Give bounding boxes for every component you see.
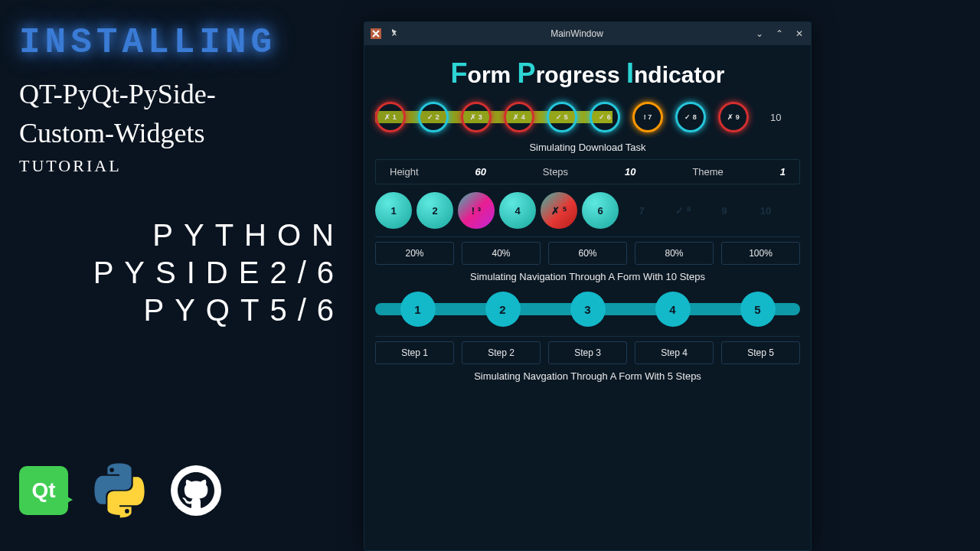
step-button[interactable]: Step 2: [462, 341, 541, 364]
theme-label: Theme: [692, 166, 723, 178]
github-logo-icon: [171, 465, 221, 516]
nav-step[interactable]: 3: [570, 292, 606, 327]
tech-list: PYTHON PYSIDE2/6 PYQT5/6: [19, 218, 345, 331]
percent-button[interactable]: 40%: [462, 242, 541, 265]
progress-step[interactable]: ✓ 6: [590, 102, 620, 132]
close-icon[interactable]: ✕: [794, 28, 805, 39]
progress-ball[interactable]: 4: [499, 192, 536, 229]
nav-step[interactable]: 2: [485, 292, 521, 327]
installing-heading: INSTALLING: [19, 23, 345, 63]
progress-step[interactable]: ✗ 1: [375, 102, 406, 132]
app-window: MainWindow ⌄ ⌃ ✕ Form Progress Indicator…: [364, 21, 812, 551]
progress-end-label: 10: [770, 112, 781, 123]
caption-nav-5: Simulating Navgation Through A Form With…: [375, 370, 800, 382]
progress-ball[interactable]: 9: [706, 192, 743, 229]
steps-value: 10: [625, 166, 635, 178]
qt-logo-icon: Qt: [19, 466, 68, 515]
step-button[interactable]: Step 1: [375, 341, 454, 364]
progress-step[interactable]: ✓ 8: [675, 102, 706, 132]
pin-icon[interactable]: [389, 28, 400, 39]
nav-step[interactable]: 5: [740, 292, 776, 327]
step-button[interactable]: Step 4: [635, 341, 714, 364]
progress-ball[interactable]: 6: [582, 192, 619, 229]
progress-row-1: ✗ 1✓ 2✗ 3✗ 4✓ 5✓ 6! 7✓ 8✗ 910: [375, 99, 800, 135]
progress-step[interactable]: ✗ 4: [504, 102, 534, 132]
minimize-icon[interactable]: ⌄: [754, 28, 765, 39]
progress-ball[interactable]: ! ³: [458, 192, 495, 229]
height-value: 60: [475, 166, 485, 178]
params-panel: Height 60 Steps 10 Theme 1: [375, 159, 800, 184]
package-name-line2: Custom-Widgets: [19, 117, 345, 150]
maximize-icon[interactable]: ⌃: [774, 28, 785, 39]
nav-step[interactable]: 4: [655, 292, 691, 327]
percent-button[interactable]: 100%: [721, 242, 800, 265]
progress-step[interactable]: ✓ 5: [547, 102, 577, 132]
step-buttons: Step 1Step 2Step 3Step 4Step 5: [375, 341, 800, 364]
app-icon: [371, 28, 381, 39]
package-name-line1: QT-PyQt-PySide-: [19, 78, 345, 111]
progress-step[interactable]: ! 7: [632, 102, 663, 132]
logo-row: Qt: [19, 461, 345, 520]
percent-button[interactable]: 20%: [375, 242, 454, 265]
nav-step[interactable]: 1: [400, 292, 436, 327]
progress-step[interactable]: ✓ 2: [418, 102, 449, 132]
tutorial-label: TUTORIAL: [19, 156, 345, 176]
progress-row-3: 12345: [375, 289, 800, 330]
percent-button[interactable]: 60%: [548, 242, 627, 265]
progress-ball[interactable]: 2: [416, 192, 453, 229]
tech-pyside: PYSIDE2/6: [19, 256, 345, 290]
steps-label: Steps: [543, 166, 568, 178]
progress-ball[interactable]: ✓ ⁸: [665, 192, 701, 229]
tech-python: PYTHON: [19, 218, 345, 253]
progress-ball[interactable]: ✗ ⁵: [541, 192, 577, 229]
step-button[interactable]: Step 3: [548, 341, 627, 364]
caption-download: Simulating Download Task: [375, 142, 800, 153]
python-logo-icon: [90, 461, 149, 520]
theme-value: 1: [780, 166, 786, 178]
progress-step[interactable]: ✗ 9: [718, 102, 749, 132]
height-label: Height: [390, 166, 419, 178]
percent-button[interactable]: 80%: [635, 242, 714, 265]
promo-panel: INSTALLING QT-PyQt-PySide- Custom-Widget…: [0, 0, 364, 551]
titlebar[interactable]: MainWindow ⌄ ⌃ ✕: [364, 22, 811, 45]
tech-pyqt: PYQT5/6: [19, 293, 345, 328]
progress-ball[interactable]: 1: [375, 192, 412, 229]
progress-ball[interactable]: 10: [747, 192, 784, 229]
progress-step[interactable]: ✗ 3: [461, 102, 492, 132]
step-button[interactable]: Step 5: [721, 341, 800, 364]
progress-ball[interactable]: 7: [623, 192, 660, 229]
percent-buttons: 20%40%60%80%100%: [375, 242, 800, 265]
progress-row-2: 12! ³4✗ ⁵67✓ ⁸910: [375, 192, 800, 229]
caption-nav-10: Simulating Navigation Through A Form Wit…: [375, 271, 800, 282]
window-title: MainWindow: [400, 28, 754, 39]
page-title: Form Progress Indicator: [375, 57, 800, 90]
